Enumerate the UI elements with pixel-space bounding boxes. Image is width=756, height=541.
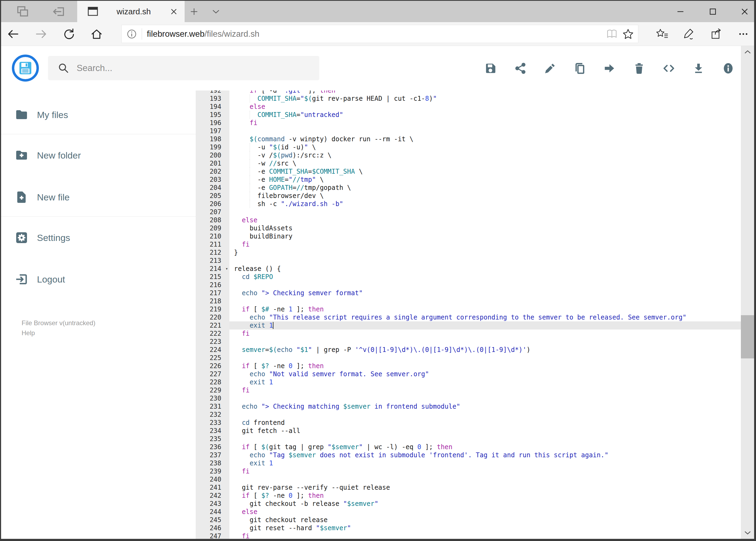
minimize-button[interactable] xyxy=(675,7,686,16)
settings-menu-button[interactable] xyxy=(737,28,750,41)
code-line-text[interactable]: echo "Not valid semver format. See semve… xyxy=(229,370,741,378)
code-line-text[interactable]: exit 1 xyxy=(229,459,741,467)
code-line-text[interactable]: else xyxy=(229,103,741,111)
code-editor[interactable]: 192 if [ -d ".git" ]; then193 COMMIT_SHA… xyxy=(196,91,741,539)
code-line-text[interactable]: $(command -v winpty) docker run --rm -it… xyxy=(229,135,741,143)
code-line-text[interactable]: echo "> Checking matching $semver in fro… xyxy=(229,402,741,410)
home-button[interactable] xyxy=(90,28,103,41)
code-line-text[interactable]: semver=$(echo "$1" | grep -P '^v(0|[1-9]… xyxy=(229,346,741,354)
code-line-text[interactable]: sh -c "./wizard.sh -b" xyxy=(229,200,741,208)
filebrowser-logo[interactable] xyxy=(12,55,39,82)
code-line-text[interactable]: buildBinary xyxy=(229,232,741,241)
code-line-text[interactable]: cd $REPO xyxy=(229,273,741,281)
refresh-button[interactable] xyxy=(63,28,76,41)
back-button[interactable] xyxy=(6,28,19,41)
search-input[interactable] xyxy=(76,63,299,74)
code-line-text[interactable]: else xyxy=(229,216,741,224)
code-line-text[interactable]: -e GOPATH=//tmp/gopath \ xyxy=(229,184,741,192)
address-bar[interactable]: filebrowser.web/files/wizard.sh xyxy=(122,25,638,43)
code-line-text[interactable]: git checkout -b release "$semver" xyxy=(229,500,741,508)
code-line-text[interactable]: git reset --hard "$semver" xyxy=(229,524,741,532)
code-line-text[interactable]: if [ $? -ne 0 ]; then xyxy=(229,362,741,370)
code-line-text[interactable]: if [ $# -ne 1 ]; then xyxy=(229,305,741,313)
search-bar[interactable] xyxy=(48,56,319,80)
code-line-text[interactable] xyxy=(229,354,741,362)
code-line-text[interactable] xyxy=(229,208,741,216)
code-line-text[interactable]: exit 1 xyxy=(229,378,741,386)
code-line-text[interactable]: echo "This release script requires a sin… xyxy=(229,313,741,321)
code-line-text[interactable]: -e HOME="//tmp" \ xyxy=(229,176,741,184)
tab-close-button[interactable] xyxy=(169,7,179,16)
code-line-text[interactable]: -v /$(pwd):/src:z \ xyxy=(229,151,741,159)
code-line-text[interactable]: } xyxy=(229,249,741,257)
delete-button[interactable] xyxy=(633,62,645,75)
code-line-text[interactable]: -w //src \ xyxy=(229,159,741,168)
code-line-text[interactable]: fi xyxy=(229,241,741,249)
download-button[interactable] xyxy=(692,62,705,75)
scroll-down-button[interactable] xyxy=(741,527,754,539)
code-line-text[interactable]: release () { xyxy=(229,265,741,273)
set-tabs-aside-button[interactable] xyxy=(52,5,66,19)
code-line-text[interactable]: filebrowser/dev \ xyxy=(229,192,741,200)
sidebar-item-settings[interactable]: Settings xyxy=(1,227,196,249)
fold-marker-icon[interactable]: ▾ xyxy=(225,265,228,273)
edit-button[interactable] xyxy=(544,62,556,75)
favorites-hub-button[interactable] xyxy=(656,28,669,41)
info-button[interactable] xyxy=(722,62,734,75)
code-line-text[interactable]: COMMIT_SHA="$(git rev-parse HEAD | cut -… xyxy=(229,95,741,103)
save-button[interactable] xyxy=(484,62,497,75)
copy-button[interactable] xyxy=(574,62,586,75)
code-line-text[interactable]: if [ -d ".git" ]; then xyxy=(229,91,741,95)
code-line-text[interactable]: echo "> Checking semver format" xyxy=(229,289,741,297)
code-line-text[interactable]: fi xyxy=(229,532,741,539)
code-line-text[interactable]: -e COMMIT_SHA=$COMMIT_SHA \ xyxy=(229,168,741,176)
sidebar-item-my-files[interactable]: My files xyxy=(1,104,196,126)
code-line-text[interactable]: if [ $? -ne 0 ]; then xyxy=(229,492,741,500)
code-line-text[interactable]: git rev-parse --verify --quiet release xyxy=(229,483,741,492)
code-line-text[interactable]: git checkout release xyxy=(229,516,741,524)
code-line-text[interactable]: git fetch --all xyxy=(229,427,741,435)
browser-tab[interactable]: wizard.sh xyxy=(77,1,185,22)
new-tab-button[interactable] xyxy=(188,7,200,16)
code-line-text[interactable]: else xyxy=(229,508,741,516)
code-line-text[interactable] xyxy=(229,435,741,443)
code-line-text[interactable]: fi xyxy=(229,329,741,337)
sidebar-item-new-file[interactable]: New file xyxy=(1,186,196,208)
code-line-text[interactable]: exit 1 xyxy=(229,321,741,329)
code-line-text[interactable] xyxy=(229,127,741,135)
code-line-text[interactable]: fi xyxy=(229,119,741,127)
code-line-text[interactable] xyxy=(229,337,741,346)
code-line-text[interactable]: fi xyxy=(229,467,741,475)
scroll-up-button[interactable] xyxy=(741,46,754,58)
code-line-text[interactable]: cd frontend xyxy=(229,419,741,427)
share-button[interactable] xyxy=(514,62,527,75)
reading-view-button[interactable] xyxy=(606,28,618,40)
maximize-button[interactable] xyxy=(707,7,718,16)
sidebar-item-logout[interactable]: Logout xyxy=(1,269,196,290)
tab-list-button[interactable] xyxy=(210,8,222,15)
favorite-star-button[interactable] xyxy=(622,28,634,40)
code-line-text[interactable] xyxy=(229,281,741,289)
code-line-text[interactable]: COMMIT_SHA="untracked" xyxy=(229,111,741,119)
code-line-text[interactable]: -u "$(id -u)" \ xyxy=(229,143,741,151)
sidebar-item-new-folder[interactable]: New folder xyxy=(1,145,196,166)
tab-preview-button[interactable] xyxy=(16,5,30,19)
close-window-button[interactable] xyxy=(739,7,750,16)
share-page-button[interactable] xyxy=(710,28,723,41)
code-line-text[interactable] xyxy=(229,475,741,483)
scrollbar-thumb[interactable] xyxy=(741,315,754,358)
code-line-text[interactable]: buildAssets xyxy=(229,224,741,232)
annotate-button[interactable] xyxy=(682,28,695,41)
site-info-icon[interactable] xyxy=(126,28,138,40)
help-link[interactable]: Help xyxy=(22,328,95,338)
code-line-text[interactable] xyxy=(229,410,741,419)
code-line-text[interactable] xyxy=(229,257,741,265)
code-button[interactable] xyxy=(662,62,675,75)
code-line-text[interactable] xyxy=(229,394,741,402)
move-button[interactable] xyxy=(603,62,616,75)
code-line-text[interactable]: if [ $(git tag | grep "$semver" | wc -l)… xyxy=(229,443,741,451)
code-line-text[interactable]: fi xyxy=(229,386,741,394)
forward-button[interactable] xyxy=(35,28,48,41)
code-line-text[interactable]: echo "Tag $semver does not exist in subm… xyxy=(229,451,741,459)
page-scrollbar[interactable] xyxy=(741,46,754,539)
